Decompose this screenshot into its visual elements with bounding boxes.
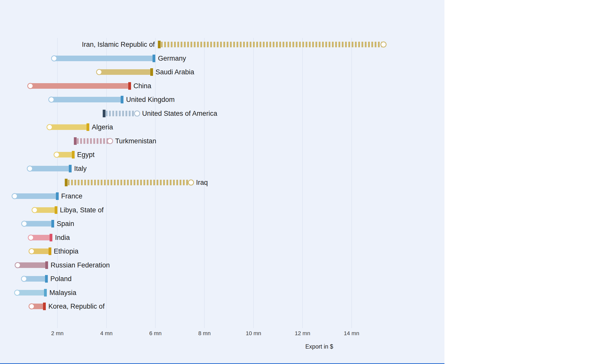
country-label: Egypt [77, 151, 95, 158]
export-potential-tick[interactable] [49, 247, 51, 255]
x-axis-tick-label: 2 mn [46, 330, 69, 337]
export-potential-tick[interactable] [44, 289, 47, 297]
country-label: Germany [158, 55, 186, 62]
actual-exports-circle[interactable] [51, 55, 57, 61]
actual-exports-circle[interactable] [15, 262, 21, 268]
country-label: Malaysia [49, 289, 76, 297]
export-potential-tick[interactable] [55, 206, 57, 214]
actual-exports-circle[interactable] [32, 207, 38, 213]
export-potential-tick[interactable] [56, 192, 59, 200]
export-potential-tick[interactable] [103, 110, 105, 117]
country-label: Ethiopia [54, 247, 79, 255]
country-label: India [55, 234, 70, 241]
actual-exports-circle[interactable] [21, 221, 27, 227]
country-label: Korea, Republic of [48, 303, 104, 310]
export-potential-tick[interactable] [150, 68, 153, 76]
potential-gap-bar[interactable] [30, 166, 72, 171]
x-axis-tick-label: 12 mn [291, 330, 314, 337]
export-potential-tick[interactable] [51, 220, 54, 228]
potential-gap-bar[interactable] [24, 221, 54, 226]
exceeded-potential-striped-bar[interactable] [77, 138, 109, 144]
actual-exports-circle[interactable] [96, 69, 102, 75]
exceeded-potential-striped-bar[interactable] [68, 180, 189, 185]
actual-exports-circle[interactable] [28, 235, 34, 241]
actual-exports-circle[interactable] [380, 41, 387, 48]
export-potential-tick[interactable] [74, 137, 77, 145]
potential-gap-bar[interactable] [24, 276, 48, 282]
actual-exports-circle[interactable] [27, 83, 33, 89]
gridline [302, 38, 303, 328]
gridline [57, 38, 58, 328]
country-label: Spain [57, 220, 74, 228]
actual-exports-circle[interactable] [14, 290, 20, 296]
potential-gap-bar[interactable] [30, 83, 131, 89]
country-label: Libya, State of [60, 206, 104, 214]
country-label: Algeria [92, 123, 113, 131]
potential-gap-bar[interactable] [51, 97, 124, 102]
x-axis-tick-label: 14 mn [340, 330, 363, 337]
country-label: France [61, 192, 82, 200]
country-label: Turkmenistan [115, 137, 156, 145]
export-potential-tick[interactable] [69, 165, 72, 172]
country-label: Russian Federation [51, 261, 110, 269]
country-label: United States of America [142, 110, 217, 117]
country-label: Saudi Arabia [156, 68, 194, 76]
x-axis-tick-label: 6 mn [144, 330, 167, 337]
export-potential-tick[interactable] [65, 179, 68, 186]
x-axis-tick-label: 8 mn [193, 330, 216, 337]
export-potential-tick[interactable] [87, 123, 89, 131]
actual-exports-circle[interactable] [48, 97, 54, 103]
x-axis-tick-label: 10 mn [242, 330, 265, 337]
gridline [253, 38, 254, 328]
actual-exports-circle[interactable] [134, 110, 140, 117]
potential-gap-bar[interactable] [17, 290, 47, 295]
export-potential-tick[interactable] [121, 96, 123, 103]
gridline [351, 38, 352, 328]
country-label: Poland [50, 275, 72, 283]
x-axis-tick-label: 4 mn [95, 330, 118, 337]
exceeded-potential-striped-bar[interactable] [106, 111, 136, 116]
country-label: China [134, 82, 152, 90]
export-potential-tick[interactable] [128, 82, 131, 90]
export-potential-tick[interactable] [45, 275, 48, 283]
country-label: Italy [74, 165, 87, 172]
potential-gap-bar[interactable] [50, 124, 89, 130]
export-potential-tick[interactable] [72, 151, 75, 158]
export-potential-tick[interactable] [43, 303, 46, 310]
x-axis-title: Export in $ [294, 343, 345, 350]
chart-area: Iran, Islamic Republic ofGermanySaudi Ar… [0, 0, 444, 364]
actual-exports-circle[interactable] [107, 138, 113, 144]
potential-gap-bar[interactable] [99, 69, 153, 75]
country-label: Iraq [196, 179, 208, 186]
export-potential-tick[interactable] [45, 261, 48, 269]
potential-gap-bar[interactable] [54, 56, 155, 61]
exceeded-potential-striped-bar[interactable] [161, 42, 382, 47]
export-potential-tick[interactable] [153, 55, 155, 62]
export-potential-map-page: Iran, Islamic Republic ofGermanySaudi Ar… [0, 0, 597, 364]
actual-exports-circle[interactable] [47, 124, 53, 130]
potential-gap-bar[interactable] [18, 262, 48, 268]
actual-exports-circle[interactable] [188, 179, 194, 186]
potential-gap-bar[interactable] [31, 235, 52, 240]
potential-gap-bar[interactable] [15, 193, 58, 199]
country-label: United Kingdom [126, 96, 175, 103]
country-label: Iran, Islamic Republic of [82, 41, 155, 48]
potential-gap-bar[interactable] [35, 207, 57, 213]
export-potential-tick[interactable] [50, 234, 52, 241]
export-potential-tick[interactable] [158, 41, 161, 48]
legend-panel: Markets with potential for Middle East's… [444, 0, 597, 364]
